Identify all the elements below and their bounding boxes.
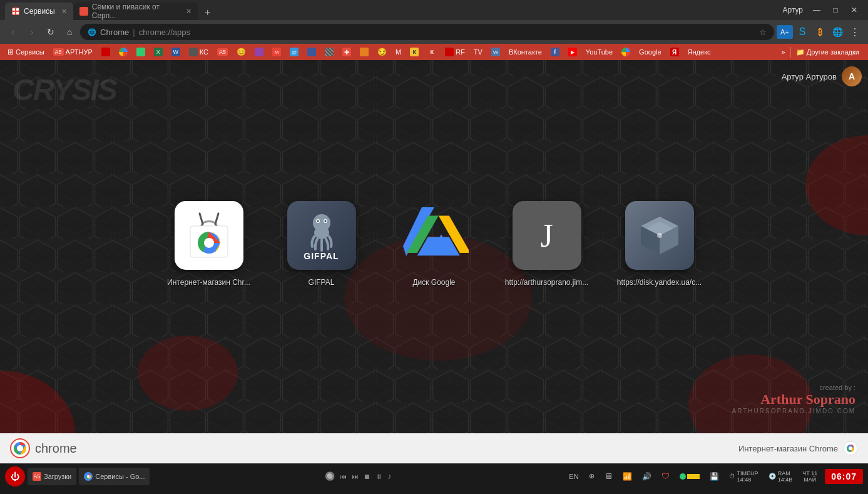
ydisk-icon	[625, 201, 694, 270]
bookmark-artnur[interactable]: А5 АРТНУР	[49, 47, 96, 57]
bookmark-M[interactable]: М	[392, 47, 405, 57]
bookmark-excel[interactable]: X	[150, 46, 166, 58]
bookmark-striped[interactable]	[321, 46, 337, 58]
menu-button[interactable]: ⋮	[847, 24, 863, 40]
bookmark-rf[interactable]: RF	[441, 46, 469, 58]
taskbar-clock[interactable]: 06:07	[825, 469, 863, 484]
taskbar-tray-icon-1[interactable]: 🔘	[325, 471, 335, 481]
taskbar-chrome-icon	[84, 472, 93, 481]
taskbar-volume[interactable]: 🔊	[640, 471, 654, 482]
bookmark-yandex-label: Яндекс	[688, 48, 711, 56]
bookmark-yt-icon[interactable]: ▶	[564, 46, 581, 58]
bookmark-gmail[interactable]: M	[268, 46, 285, 58]
bookmark-striped-icon	[325, 48, 334, 56]
taskbar-tray-icon-4[interactable]: ⏹	[364, 473, 370, 480]
app-google-drive[interactable]: Диск Google	[391, 198, 478, 287]
bookmark-as[interactable]: А5	[213, 47, 232, 57]
taskbar-tray-icon-3[interactable]: ⏭	[352, 473, 359, 480]
taskbar-monitors[interactable]: 🖥	[602, 470, 615, 482]
bookmark-chrome2[interactable]	[115, 46, 131, 58]
bookmarks-more[interactable]: »	[778, 47, 789, 57]
bookmark-K1[interactable]: К	[406, 46, 422, 58]
globe-icon[interactable]: 🌐	[829, 24, 845, 40]
bookmarks-other[interactable]: 📁 Другие закладки	[790, 47, 864, 58]
tab-services-label: Сервисы	[24, 7, 55, 16]
taskbar-globe[interactable]: ⊕	[586, 471, 597, 481]
tab-services[interactable]: Сервисы ✕	[5, 3, 73, 20]
taskbar-lang[interactable]: EN	[566, 471, 581, 481]
maximize-button[interactable]: □	[827, 4, 844, 16]
bookmark-yandex[interactable]: Яндекс	[684, 47, 715, 57]
taskbar-usb[interactable]: 💾	[707, 471, 722, 482]
tab-semki-close[interactable]: ✕	[186, 8, 191, 16]
taskbar-downloads[interactable]: А5 Загрузки	[28, 468, 76, 485]
taskbar-date[interactable]: ЧТ 11МАЙ	[800, 469, 820, 484]
svg-rect-4	[16, 12, 19, 14]
home-button[interactable]: ⌂	[61, 24, 78, 40]
bookmark-yandex-icon-span: Я	[670, 48, 679, 56]
taskbar-ram[interactable]: 💿 RAM14:4B	[766, 469, 795, 484]
bookmark-services[interactable]: ⊞ Сервисы	[4, 46, 48, 58]
address-bar[interactable]: 🌐 Chrome | chrome://apps ☆	[80, 24, 774, 40]
app-jimdo[interactable]: J http://arthursoprano.jim...	[503, 198, 591, 287]
bookmark-rf-label: RF	[456, 48, 465, 56]
bookmark-poker[interactable]	[251, 46, 267, 58]
bookmark-K1-icon: К	[410, 48, 419, 56]
bookmark-yandex-icon[interactable]: Я	[666, 46, 683, 58]
reload-button[interactable]: ↻	[43, 24, 59, 40]
new-tab-button[interactable]: +	[200, 5, 215, 20]
taskbar-downloads-label: Загрузки	[44, 473, 71, 480]
taskbar-tray-icon-6[interactable]: ♪	[387, 471, 392, 481]
bookmark-K2[interactable]: К	[424, 46, 440, 58]
tab-semki[interactable]: Сёмки и пивасик от Серп... ✕	[73, 3, 198, 20]
start-button[interactable]: ⏻	[5, 466, 25, 486]
address-separator: |	[133, 28, 135, 37]
taskbar-services[interactable]: Сервисы - Go...	[79, 468, 150, 485]
bookmark-mail2[interactable]: @	[286, 46, 302, 58]
bookmark-google-icon[interactable]	[618, 46, 634, 58]
bookmark-vkontakte[interactable]: ВКонтакте	[505, 47, 546, 57]
bookmark-mail1[interactable]	[98, 46, 114, 58]
taskbar-tray-icon-5[interactable]: ⏸	[375, 473, 382, 480]
tab-services-close[interactable]: ✕	[61, 8, 67, 16]
address-actions: ☆	[759, 28, 767, 37]
bookmark-cs[interactable]: КС	[185, 46, 212, 58]
extensions-button[interactable]: A+	[777, 25, 793, 39]
taskbar-tray-icon-2[interactable]: ⏮	[340, 473, 347, 480]
taskbar-timeup[interactable]: ⏱ TIMEUP14:48	[727, 469, 761, 484]
bookmark-youtube[interactable]: YouTube	[582, 47, 616, 57]
taskbar-network[interactable]: 📶	[620, 471, 635, 482]
bookmark-8ball[interactable]	[133, 46, 149, 58]
bookmark-word[interactable]: W	[168, 46, 184, 58]
app-chrome-store[interactable]: Интернет-магазин Chr...	[165, 198, 253, 287]
taskbar-antivirus[interactable]: 🛡	[659, 470, 672, 482]
bookmark-tv[interactable]: ТV	[470, 47, 486, 57]
skype-icon[interactable]: S	[794, 24, 810, 40]
user-display-name: Артур Артуров	[782, 72, 837, 81]
address-url: chrome://apps	[139, 28, 190, 37]
bookmarks-bar: ⊞ Сервисы А5 АРТНУР X W КС А5 😊 M @	[0, 44, 868, 60]
taskbar-indicator[interactable]	[677, 472, 702, 481]
bookmark-fb[interactable]: f	[547, 46, 563, 58]
bookmark-mamba[interactable]: 😏	[374, 46, 391, 58]
bookmark-cs-icon	[189, 48, 198, 56]
close-button[interactable]: ✕	[845, 4, 863, 16]
app-yandex-disk-label: https://disk.yandex.ua/c...	[617, 278, 702, 287]
bookmark-vk-square-icon: vk	[491, 48, 500, 56]
bitcoin-icon[interactable]: ₿	[812, 24, 828, 40]
star-icon[interactable]: ☆	[759, 28, 767, 37]
back-button[interactable]: ‹	[5, 24, 21, 40]
bookmark-cross[interactable]: ✚	[339, 46, 355, 58]
bookmark-bluef[interactable]	[304, 46, 320, 58]
app-gifpal[interactable]: GIFPAL GIFPAL	[278, 198, 365, 287]
app-yandex-disk[interactable]: https://disk.yandex.ua/c...	[616, 198, 703, 287]
bookmark-vk-square[interactable]: vk	[488, 46, 504, 58]
forward-button[interactable]: ›	[24, 24, 40, 40]
bookmark-smile[interactable]: 😊	[233, 46, 250, 58]
bookmark-artnur-icon: А5	[53, 48, 64, 56]
app-jimdo-icon-wrapper: J	[509, 198, 585, 273]
chrome-store-icon	[175, 201, 243, 270]
minimize-button[interactable]: —	[808, 4, 825, 16]
bookmark-google[interactable]: Google	[635, 47, 665, 57]
bookmark-gfx[interactable]	[356, 46, 372, 58]
